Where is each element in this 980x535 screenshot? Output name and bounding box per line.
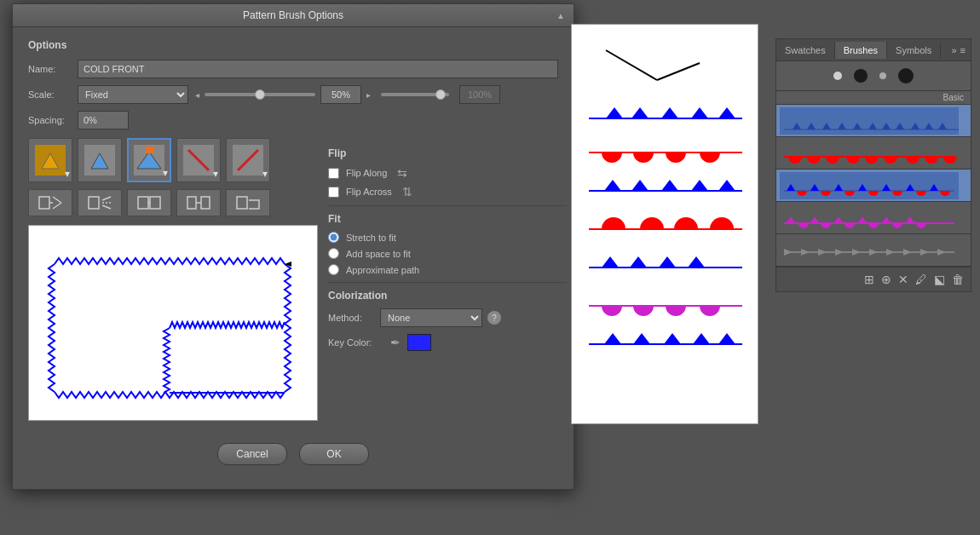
key-color-row: Key Color: ✒: [328, 334, 567, 351]
tab-symbols[interactable]: Symbols: [887, 42, 941, 59]
new-brush-icon[interactable]: ⊕: [881, 273, 891, 286]
name-row: Name:: [28, 60, 558, 78]
approx-row: Approximate path: [328, 264, 567, 275]
name-input[interactable]: [78, 60, 558, 78]
cancel-button[interactable]: Cancel: [217, 443, 287, 465]
tile-1-arrow: ▾: [65, 168, 70, 180]
flip-across-row: Flip Across ⇅: [328, 185, 567, 198]
approx-label: Approximate path: [346, 265, 419, 275]
svg-line-16: [102, 197, 111, 200]
brush-3-svg: [780, 172, 959, 199]
svg-rect-23: [201, 197, 210, 209]
svg-rect-6: [146, 147, 154, 153]
tile-2-icon: [84, 145, 115, 175]
dot-white[interactable]: [833, 72, 842, 80]
flip-along-row: Flip Along ⇆: [328, 166, 567, 180]
tile-btn-5[interactable]: ▾: [226, 138, 270, 182]
flip-across-checkbox[interactable]: [328, 187, 339, 198]
flip-v-icon: [87, 193, 112, 212]
addspace-radio[interactable]: [328, 248, 339, 259]
scale-label: Scale:: [28, 89, 78, 100]
brush-1-svg: [780, 107, 959, 135]
expand-icon[interactable]: »: [951, 45, 956, 55]
arrow-btn-1[interactable]: [28, 189, 72, 216]
flip-across-label: Flip Across: [346, 187, 392, 197]
dot-sm-white[interactable]: [879, 72, 886, 79]
delete-brush-icon[interactable]: ✕: [898, 273, 908, 286]
dialog-titlebar: Pattern Brush Options ▲: [13, 4, 574, 27]
menu-icon[interactable]: ≡: [960, 45, 966, 55]
dialog-body: Options Name: Scale: Fixed ◂ ▸: [13, 27, 574, 489]
panel-tab-icons: » ≡: [951, 45, 971, 55]
expand-panel-icon[interactable]: ⬕: [934, 273, 945, 286]
svg-line-13: [53, 203, 61, 209]
dot-black-lg[interactable]: [898, 68, 914, 83]
brush-row-4[interactable]: [776, 202, 971, 234]
method-select[interactable]: None Tints Tints and Shades Hue Shift: [380, 308, 482, 327]
svg-rect-25: [237, 197, 247, 209]
libraries-icon[interactable]: ⊞: [864, 273, 874, 286]
stretch-radio[interactable]: [328, 232, 339, 243]
color-swatch[interactable]: [407, 334, 431, 351]
brush-row-3[interactable]: [776, 170, 971, 202]
svg-rect-11: [39, 197, 49, 209]
tile-3-icon: [134, 145, 164, 175]
tile-btn-2[interactable]: [78, 138, 122, 182]
arrow-btn-2[interactable]: [78, 189, 122, 216]
brush-row-2[interactable]: [776, 137, 971, 170]
tile-5-arrow: ▾: [262, 168, 268, 180]
arrow-btn-4[interactable]: [176, 189, 221, 216]
tile-1-icon: [35, 145, 66, 175]
flip-along-checkbox[interactable]: [328, 168, 339, 179]
info-icon[interactable]: ?: [487, 311, 501, 325]
spacing-input[interactable]: [78, 111, 129, 129]
svg-line-17: [102, 205, 111, 209]
stretch-row: Stretch to fit: [328, 232, 567, 243]
key-color-label: Key Color:: [328, 337, 383, 348]
tile-btn-1[interactable]: ▾: [28, 138, 72, 182]
tile-btn-4[interactable]: ▾: [176, 138, 221, 182]
spacing-row: Spacing:: [28, 111, 558, 129]
svg-rect-20: [150, 197, 160, 209]
scale-slider[interactable]: [205, 93, 315, 96]
scale-row: Scale: Fixed ◂ ▸: [28, 85, 558, 104]
brush-row-5[interactable]: [776, 234, 971, 267]
scale-percent2-input[interactable]: [459, 85, 500, 104]
divider-2: [328, 282, 567, 283]
tile-4-icon: [183, 145, 214, 175]
scale-small-icon: ◂: [195, 90, 199, 100]
right-panel: Flip Flip Along ⇆ Flip Across ⇅ Fit Stre…: [328, 147, 567, 351]
name-label: Name:: [28, 64, 78, 74]
preview-box: [28, 225, 318, 421]
stretch-label: Stretch to fit: [346, 233, 396, 243]
dot-black[interactable]: [854, 69, 868, 83]
tab-brushes[interactable]: Brushes: [835, 42, 887, 59]
colorization-method-row: Method: None Tints Tints and Shades Hue …: [328, 308, 567, 327]
panel-tabs: Swatches Brushes Symbols » ≡: [776, 39, 971, 61]
brush-options-icon[interactable]: 🖊: [915, 273, 927, 286]
svg-rect-67: [780, 172, 959, 199]
scale-percent-input[interactable]: [320, 85, 361, 104]
pattern-brush-dialog: Pattern Brush Options ▲ Options Name: Sc…: [12, 3, 574, 490]
eyedropper-icon[interactable]: ✒: [390, 336, 401, 349]
svg-line-12: [53, 197, 61, 203]
scale-slider2[interactable]: [381, 93, 449, 96]
flip-title: Flip: [328, 147, 567, 159]
divider-1: [328, 205, 567, 206]
brush-row-1[interactable]: [776, 105, 971, 137]
tab-swatches[interactable]: Swatches: [776, 42, 835, 59]
trash-icon[interactable]: 🗑: [952, 273, 964, 286]
arrow-btn-3[interactable]: [127, 189, 171, 216]
corner-icon: [235, 193, 261, 212]
tile-4-arrow: ▾: [213, 168, 218, 180]
flip-along-icon: ⇆: [397, 166, 407, 180]
tile-btn-3[interactable]: ▾: [127, 138, 171, 182]
ok-button[interactable]: OK: [299, 443, 369, 465]
approx-radio[interactable]: [328, 264, 339, 275]
scale-select[interactable]: Fixed: [78, 85, 188, 104]
arrow-btn-5[interactable]: [226, 189, 270, 216]
brush-4-svg: [780, 204, 959, 232]
tile-3-arrow: ▾: [163, 167, 168, 179]
brush-5-svg: [780, 237, 959, 264]
button-row: Cancel OK: [28, 429, 558, 477]
